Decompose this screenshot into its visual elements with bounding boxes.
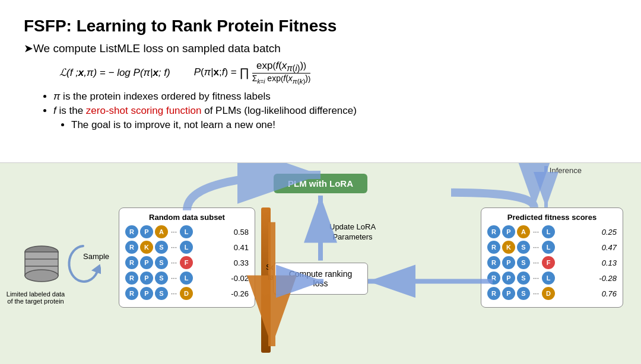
aa-R: R: [487, 256, 500, 269]
aa-P: P: [502, 272, 515, 285]
predicted-row-5: R P S ··· D 0.76: [487, 287, 617, 300]
svg-point-2: [25, 270, 58, 282]
aa-R: R: [125, 272, 138, 285]
aa-S: S: [517, 287, 530, 300]
bullet-f: f is the zero-shot scoring function of P…: [53, 105, 617, 117]
pred-score-1: 0.25: [596, 228, 617, 237]
aa-R: R: [125, 287, 138, 300]
random-row-4: R P S ··· L -0.02: [125, 272, 249, 285]
formula-right: P(π|x;f) = ∏ exp(f(xπ(i))) Σk=i exp(f(xπ…: [194, 60, 311, 85]
random-row-5: R P S ··· D -0.26: [125, 287, 249, 300]
update-lora-label: Update LoRAParameters: [329, 222, 376, 242]
circular-arrow-icon: [65, 240, 101, 288]
pred-score-2: 0.47: [596, 243, 617, 252]
predicted-box-title: Predicted fitness scores: [487, 213, 617, 222]
aa-S: S: [517, 256, 530, 269]
random-row-1: R P A ··· L 0.58: [125, 225, 249, 238]
pred-score-3: 0.13: [596, 258, 617, 267]
aa-P: P: [140, 256, 153, 269]
ranking-loss-box: Compute ranking loss: [273, 263, 368, 295]
aa-S: S: [155, 272, 168, 285]
aa-R: R: [487, 241, 500, 254]
sample-label: Sample: [83, 252, 109, 261]
plm-box: PLM with LoRA: [274, 174, 367, 193]
ranking-loss-label: Compute ranking loss: [289, 269, 353, 288]
aa-S: S: [155, 241, 168, 254]
aa-A: A: [155, 225, 168, 238]
bullets-list: π is the protein indexes ordered by fitn…: [42, 91, 617, 131]
aa-R: R: [487, 287, 500, 300]
aa-F: F: [542, 256, 555, 269]
slide: FSFP: Learning to Rank Protein Fitness ➤…: [0, 0, 641, 364]
slide-title: FSFP: Learning to Rank Protein Fitness: [24, 17, 617, 36]
aa-S: S: [517, 272, 530, 285]
predicted-fitness-box: Predicted fitness scores R P A ··· L 0.2…: [481, 207, 623, 308]
aa-F: F: [180, 256, 193, 269]
aa-K: K: [502, 241, 515, 254]
random-row-2: R K S ··· L 0.41: [125, 241, 249, 254]
random-row-3: R P S ··· F 0.33: [125, 256, 249, 269]
database-icon: [18, 240, 65, 290]
predicted-row-3: R P S ··· F 0.13: [487, 256, 617, 269]
aa-R: R: [487, 225, 500, 238]
aa-D: D: [180, 287, 193, 300]
formula-row: ℒ(f ;x,π) = − log P(π|x; f) P(π|x;f) = ∏…: [59, 60, 617, 85]
aa-P: P: [502, 256, 515, 269]
predicted-row-2: R K S ··· L 0.47: [487, 241, 617, 254]
red-text: zero-shot scoring function: [86, 105, 202, 116]
aa-R: R: [125, 241, 138, 254]
aa-R: R: [487, 272, 500, 285]
diagram: Inference PLM with LoRA Limited labeled …: [0, 162, 641, 364]
db-label: Limited labeled data of the target prote…: [6, 290, 65, 305]
aa-R: R: [125, 225, 138, 238]
score-1: 0.58: [228, 228, 249, 237]
aa-S: S: [155, 256, 168, 269]
aa-S: S: [517, 241, 530, 254]
aa-L: L: [180, 272, 193, 285]
random-data-box: Random data subset R P A ··· L 0.58 R K …: [119, 207, 255, 308]
score-3: 0.33: [228, 258, 249, 267]
aa-P: P: [140, 287, 153, 300]
aa-L: L: [542, 225, 555, 238]
score-5: -0.26: [228, 289, 249, 298]
aa-A: A: [517, 225, 530, 238]
bullet-goal: The goal is to improve it, not learn a n…: [71, 119, 617, 131]
aa-S: S: [155, 287, 168, 300]
aa-K: K: [140, 241, 153, 254]
bullet-pi: π is the protein indexes ordered by fitn…: [53, 91, 617, 103]
predicted-row-4: R P S ··· L -0.28: [487, 272, 617, 285]
pred-score-5: 0.76: [596, 289, 617, 298]
aa-L: L: [542, 241, 555, 254]
aa-P: P: [502, 287, 515, 300]
predicted-row-1: R P A ··· L 0.25: [487, 225, 617, 238]
aa-L: L: [180, 225, 193, 238]
random-box-title: Random data subset: [125, 213, 249, 222]
bullet1: ➤We compute ListMLE loss on sampled data…: [24, 41, 617, 55]
aa-P: P: [502, 225, 515, 238]
formula-left: ℒ(f ;x,π) = − log P(π|x; f): [59, 66, 170, 79]
inference-label: Inference: [550, 166, 582, 175]
score-4: -0.02: [228, 274, 249, 283]
aa-R: R: [125, 256, 138, 269]
aa-L: L: [542, 272, 555, 285]
aa-P: P: [140, 272, 153, 285]
score-2: 0.41: [228, 243, 249, 252]
pred-score-4: -0.28: [596, 274, 617, 283]
aa-L: L: [180, 241, 193, 254]
aa-D: D: [542, 287, 555, 300]
aa-P: P: [140, 225, 153, 238]
